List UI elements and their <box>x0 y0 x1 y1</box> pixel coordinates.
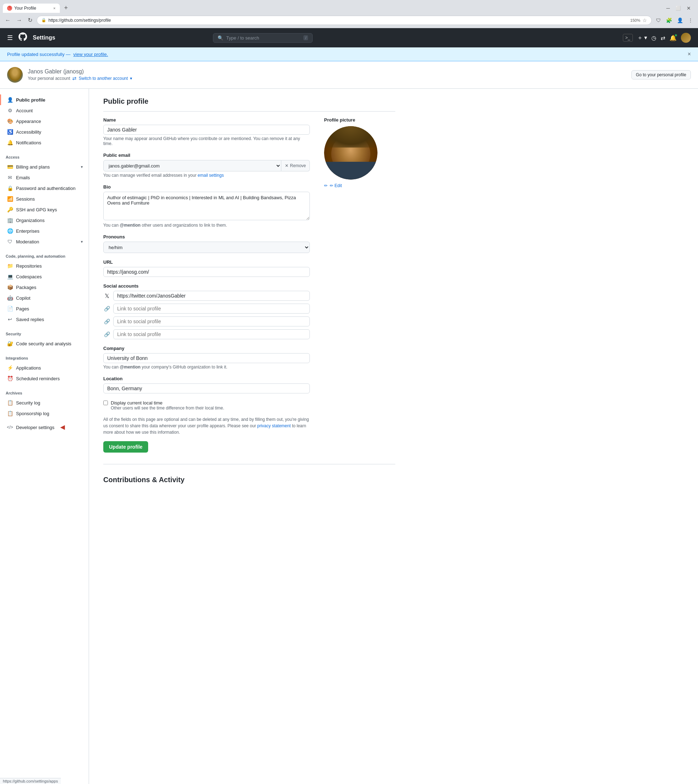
back-btn[interactable]: ← <box>3 16 12 25</box>
bio-input[interactable]: Author of estimagic | PhD in economics |… <box>103 192 310 220</box>
user-info: Janos Gabler (janosg) Your personal acco… <box>28 68 626 81</box>
sidebar-label: Emails <box>16 175 30 180</box>
sidebar-item-copilot[interactable]: 🤖 Copilot <box>0 292 89 303</box>
social-input-2[interactable] <box>113 304 310 314</box>
sidebar-item-sessions[interactable]: 📶 Sessions <box>0 193 89 204</box>
sidebar-label: Appearance <box>16 119 41 124</box>
update-profile-button[interactable]: Update profile <box>103 441 148 452</box>
profile-icon[interactable]: 👤 <box>676 16 685 25</box>
url-input[interactable] <box>103 267 310 277</box>
lock-icon: 🔒 <box>7 185 13 191</box>
twitter-input[interactable] <box>113 291 310 301</box>
hamburger-menu[interactable]: ☰ <box>7 34 13 42</box>
more-icon[interactable]: ⋮ <box>686 16 695 25</box>
social-row-twitter: 𝕏 <box>103 291 310 301</box>
sidebar-item-code-security[interactable]: 🔐 Code security and analysis <box>0 338 89 349</box>
forward-btn[interactable]: → <box>15 16 23 25</box>
maximize-btn[interactable]: ⬜ <box>674 4 682 12</box>
status-url: https://github.com/settings/apps <box>3 779 58 783</box>
sidebar-section-security: Security <box>0 326 89 338</box>
create-btn[interactable]: ＋ ▾ <box>637 34 647 42</box>
sidebar-item-ssh-gpg[interactable]: 🔑 SSH and GPG keys <box>0 204 89 215</box>
social-input-4[interactable] <box>113 329 310 339</box>
company-input[interactable] <box>103 353 310 363</box>
active-tab[interactable]: 🐙 Your Profile × <box>3 3 60 13</box>
sidebar-item-applications[interactable]: ⚡ Applications <box>0 362 89 373</box>
lock-icon: 🔒 <box>41 18 46 23</box>
bio-label: Bio <box>103 184 310 190</box>
key-icon: 🔑 <box>7 207 13 212</box>
name-label: Name <box>103 117 310 122</box>
sidebar-item-billing[interactable]: 💳 Billing and plans ▾ <box>0 162 89 172</box>
pull-requests-btn[interactable]: ⇄ <box>660 35 665 41</box>
close-btn[interactable]: ✕ <box>685 4 692 13</box>
email-remove-btn[interactable]: ✕ Remove <box>282 160 310 172</box>
notification-link[interactable]: view your profile. <box>73 52 108 57</box>
github-header: ☰ Settings 🔍 Type / to search / >_ ＋ ▾ ◷… <box>0 28 698 48</box>
sidebar-item-saved-replies[interactable]: ↩ Saved replies <box>0 314 89 325</box>
email-settings-link[interactable]: email settings <box>198 173 224 178</box>
account-type-text: Your personal account <box>28 76 70 81</box>
profile-picture-container <box>324 126 377 180</box>
sidebar-label: Copilot <box>16 295 30 301</box>
sidebar-item-moderation[interactable]: 🛡 Moderation ▾ <box>0 236 89 247</box>
sidebar-item-emails[interactable]: ✉ Emails <box>0 172 89 183</box>
search-icon: 🔍 <box>217 35 223 41</box>
sidebar-item-repositories[interactable]: 📁 Repositories <box>0 261 89 271</box>
sidebar-label: SSH and GPG keys <box>16 207 57 212</box>
notification-close-btn[interactable]: × <box>688 51 691 58</box>
activity-btn[interactable]: ◷ <box>651 35 656 41</box>
sidebar-label: Billing and plans <box>16 164 50 170</box>
sidebar-item-notifications[interactable]: 🔔 Notifications <box>0 137 89 148</box>
time-label[interactable]: Display current local time <box>111 400 162 406</box>
address-bar[interactable]: 🔒 https://github.com/settings/profile 15… <box>37 16 652 25</box>
command-palette-btn[interactable]: >_ <box>623 34 633 42</box>
email-select[interactable]: janos.gabler@gmail.com <box>103 160 282 172</box>
sidebar-section-integrations: Integrations <box>0 350 89 362</box>
time-checkbox[interactable] <box>103 401 108 405</box>
sidebar-item-appearance[interactable]: 🎨 Appearance <box>0 116 89 127</box>
codespaces-icon: 💻 <box>7 274 13 279</box>
notifications-btn[interactable]: 🔔 <box>670 35 677 41</box>
edit-picture-button[interactable]: ✏ ✏ Edit <box>324 183 342 188</box>
time-checkbox-row: Display current local time Other users w… <box>103 400 310 411</box>
sidebar-item-scheduled-reminders[interactable]: ⏰ Scheduled reminders <box>0 373 89 384</box>
sidebar-item-sponsorship-log[interactable]: 📋 Sponsorship log <box>0 408 89 419</box>
extension-icon[interactable]: 🧩 <box>665 16 673 25</box>
security-log-icon: 📋 <box>7 400 13 406</box>
sidebar-item-password[interactable]: 🔒 Password and authentication <box>0 183 89 193</box>
sidebar-item-developer-settings[interactable]: </> Developer settings <box>0 420 89 434</box>
minimize-btn[interactable]: ─ <box>665 4 671 13</box>
name-input[interactable] <box>103 125 310 135</box>
tab-close-btn[interactable]: × <box>53 6 56 10</box>
user-avatar[interactable] <box>681 33 691 43</box>
search-bar[interactable]: 🔍 Type / to search / <box>213 33 313 43</box>
sidebar-section-access: Access <box>0 149 89 162</box>
tab-bar: 🐙 Your Profile × + ─ ⬜ ✕ <box>0 0 698 13</box>
location-input[interactable] <box>103 383 310 393</box>
star-icon[interactable]: ☆ <box>642 18 647 23</box>
sidebar-item-codespaces[interactable]: 💻 Codespaces <box>0 271 89 282</box>
billing-icon: 💳 <box>7 164 13 170</box>
refresh-btn[interactable]: ↻ <box>26 15 34 25</box>
switch-account-link[interactable]: Switch to another account <box>79 76 128 81</box>
go-profile-button[interactable]: Go to your personal profile <box>631 70 691 79</box>
sidebar-item-account[interactable]: ⚙ Account <box>0 105 89 116</box>
bio-field-group: Bio Author of estimagic | PhD in economi… <box>103 184 310 228</box>
bio-hint: You can @mention other users and organiz… <box>103 223 310 228</box>
privacy-statement-link[interactable]: privacy statement <box>257 423 291 428</box>
new-tab-button[interactable]: + <box>61 3 71 13</box>
social-input-3[interactable] <box>113 317 310 327</box>
email-hint: You can manage verified email addresses … <box>103 173 310 178</box>
sidebar-item-organizations[interactable]: 🏢 Organizations <box>0 215 89 226</box>
sidebar-item-packages[interactable]: 📦 Packages <box>0 282 89 292</box>
sidebar-item-enterprises[interactable]: 🌐 Enterprises <box>0 226 89 236</box>
developer-icon: </> <box>7 425 13 430</box>
sidebar-item-security-log[interactable]: 📋 Security log <box>0 397 89 408</box>
sidebar-item-public-profile[interactable]: 👤 Public profile <box>0 94 89 105</box>
pronouns-select[interactable]: he/him she/her they/them prefer not to s… <box>103 242 310 253</box>
sidebar-item-accessibility[interactable]: ♿ Accessibility <box>0 127 89 137</box>
tab-favicon: 🐙 <box>7 6 12 11</box>
shield-icon[interactable]: 🛡 <box>655 16 662 25</box>
sidebar-item-pages[interactable]: 📄 Pages <box>0 303 89 314</box>
